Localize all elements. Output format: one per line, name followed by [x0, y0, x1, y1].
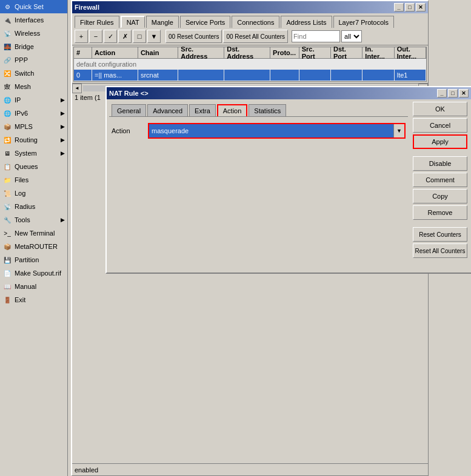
- tab-filter-rules[interactable]: Filter Rules: [75, 16, 119, 28]
- action-dropdown-arrow[interactable]: ▼: [393, 124, 404, 137]
- reset-all-counters-button[interactable]: 00 Reset All Counters: [223, 30, 288, 43]
- cell-proto: [270, 70, 299, 81]
- sidebar-item-log[interactable]: 📜 Log: [0, 187, 67, 200]
- copy-btn[interactable]: Copy: [413, 189, 467, 203]
- disable-button[interactable]: ✗: [118, 30, 132, 43]
- apply-button[interactable]: Apply: [413, 134, 467, 149]
- search-scope-select[interactable]: all: [341, 30, 362, 42]
- close-button[interactable]: ✕: [416, 3, 426, 12]
- tab-mangle[interactable]: Mangle: [146, 16, 179, 28]
- sidebar-item-ipv6[interactable]: 🌐 IPv6 ▶: [0, 107, 67, 120]
- routing-icon: 🔁: [2, 135, 12, 145]
- sidebar-item-metarouter[interactable]: 📦 MetaROUTER: [0, 240, 67, 253]
- remove-btn[interactable]: Remove: [413, 205, 467, 220]
- search-input[interactable]: [292, 30, 340, 42]
- tab-layer7-protocols[interactable]: Layer7 Protocols: [333, 16, 395, 28]
- scroll-left-arrow[interactable]: ◄: [72, 84, 82, 93]
- sidebar-item-mpls[interactable]: 📦 MPLS ▶: [0, 120, 67, 133]
- expand-arrow-icon: ▶: [61, 217, 65, 223]
- add-button[interactable]: +: [75, 30, 88, 43]
- action-select[interactable]: masquerade accept dst-nat src-nat redire…: [149, 124, 393, 137]
- sidebar-item-label: Mesh: [15, 83, 31, 90]
- sidebar-item-bridge[interactable]: 🌉 Bridge: [0, 40, 67, 53]
- tab-service-ports[interactable]: Service Ports: [180, 16, 230, 28]
- nat-close-button[interactable]: ✕: [459, 89, 469, 98]
- reset-all-counters-btn[interactable]: Reset All Counters: [413, 243, 467, 258]
- sidebar-item-switch[interactable]: 🔀 Switch: [0, 67, 67, 80]
- nat-tab-statistics[interactable]: Statistics: [249, 104, 286, 116]
- metarouter-icon: 📦: [2, 242, 12, 251]
- sidebar-item-exit[interactable]: 🚪 Exit: [0, 293, 67, 306]
- expand-arrow-icon: ▶: [61, 124, 65, 130]
- sidebar-item-partition[interactable]: 💾 Partition: [0, 253, 67, 266]
- filter-button[interactable]: ▼: [147, 30, 161, 43]
- cancel-button[interactable]: Cancel: [413, 118, 467, 133]
- cell-chain: srcnat: [138, 70, 178, 81]
- cell-action: =|| mas...: [92, 70, 138, 81]
- firewall-tab-bar: Filter Rules NAT Mangle Service Ports Co…: [72, 13, 428, 28]
- disable-button[interactable]: Disable: [413, 156, 467, 171]
- sidebar-item-tools[interactable]: 🔧 Tools ▶: [0, 213, 67, 226]
- nat-tab-advanced[interactable]: Advanced: [147, 104, 188, 116]
- nat-minimize-button[interactable]: _: [437, 89, 447, 98]
- sidebar-item-system[interactable]: 🖥 System ▶: [0, 147, 67, 160]
- sidebar-item-ppp[interactable]: 🔗 PPP: [0, 53, 67, 67]
- comment-button[interactable]: Comment: [413, 173, 467, 187]
- remove-button[interactable]: −: [89, 30, 102, 43]
- sidebar-item-make-supout[interactable]: 📄 Make Supout.rif: [0, 266, 67, 280]
- btn-separator: [413, 151, 469, 154]
- tab-connections[interactable]: Connections: [232, 16, 279, 28]
- sidebar-item-new-terminal[interactable]: >_ New Terminal: [0, 226, 67, 240]
- interfaces-icon: 🔌: [2, 15, 12, 25]
- search-area: all: [292, 30, 362, 42]
- maximize-button[interactable]: □: [405, 3, 415, 12]
- tab-address-lists[interactable]: Address Lists: [281, 16, 332, 28]
- sidebar-item-interfaces[interactable]: 🔌 Interfaces: [0, 13, 67, 27]
- nat-tab-general[interactable]: General: [112, 104, 146, 116]
- sidebar-item-radius[interactable]: 📡 Radius: [0, 200, 67, 213]
- main-area: Firewall _ □ ✕ Filter Rules NAT Mangle S…: [68, 0, 471, 476]
- nat-tab-action[interactable]: Action: [217, 104, 248, 116]
- firewall-table: # Action Chain Src. Address Dst. Address…: [73, 47, 427, 82]
- cell-dst-addr: [224, 70, 270, 81]
- sidebar-item-label: Quick Set: [15, 3, 44, 10]
- sidebar-item-quick-set[interactable]: ⚙ Quick Set: [0, 0, 67, 13]
- tools-icon: 🔧: [2, 215, 12, 225]
- sidebar-item-label: Switch: [15, 70, 34, 77]
- dialog-content: General Advanced Extra Action Statistics…: [107, 99, 471, 273]
- expand-arrow-icon: ▶: [61, 137, 65, 143]
- log-icon: 📜: [2, 188, 12, 198]
- sidebar-item-manual[interactable]: 📖 Manual: [0, 280, 67, 293]
- cell-src-addr: [178, 70, 224, 81]
- sidebar-item-label: IP: [15, 96, 21, 104]
- enable-button[interactable]: ✓: [104, 30, 117, 43]
- sidebar-item-label: Radius: [15, 203, 35, 210]
- cell-in-inter: [362, 70, 394, 81]
- sidebar-item-routing[interactable]: 🔁 Routing ▶: [0, 133, 67, 147]
- reset-counters-btn[interactable]: Reset Counters: [413, 227, 467, 242]
- sidebar-item-wireless[interactable]: 📡 Wireless: [0, 27, 67, 40]
- sidebar-item-files[interactable]: 📁 Files: [0, 173, 67, 187]
- table-row[interactable]: 0 =|| mas... srcnat lte1: [74, 70, 426, 81]
- col-src-port: Src. Port: [299, 47, 331, 58]
- sidebar-item-ip[interactable]: 🌐 IP ▶: [0, 93, 67, 107]
- ok-button[interactable]: OK: [413, 102, 467, 116]
- sidebar-item-queues[interactable]: 📋 Queues: [0, 160, 67, 173]
- tab-nat[interactable]: NAT: [121, 16, 145, 28]
- sidebar-item-mesh[interactable]: 🕸 Mesh: [0, 80, 67, 93]
- cell-out-inter: lte1: [395, 70, 426, 81]
- sidebar-item-label: Make Supout.rif: [15, 269, 61, 277]
- action-row: Action masquerade accept dst-nat src-nat…: [109, 119, 408, 142]
- new-terminal-icon: >_: [2, 228, 12, 238]
- nat-tab-extra[interactable]: Extra: [189, 104, 216, 116]
- copy-button[interactable]: □: [133, 30, 146, 43]
- sidebar-item-label: Bridge: [15, 43, 34, 50]
- manual-icon: 📖: [2, 282, 12, 291]
- minimize-button[interactable]: _: [394, 3, 404, 12]
- make-supout-icon: 📄: [2, 268, 12, 278]
- switch-icon: 🔀: [2, 68, 12, 78]
- nat-maximize-button[interactable]: □: [448, 89, 458, 98]
- sidebar-item-label: Wireless: [15, 30, 40, 37]
- col-chain: Chain: [138, 47, 178, 58]
- reset-counters-button[interactable]: 00 Reset Counters: [165, 30, 222, 43]
